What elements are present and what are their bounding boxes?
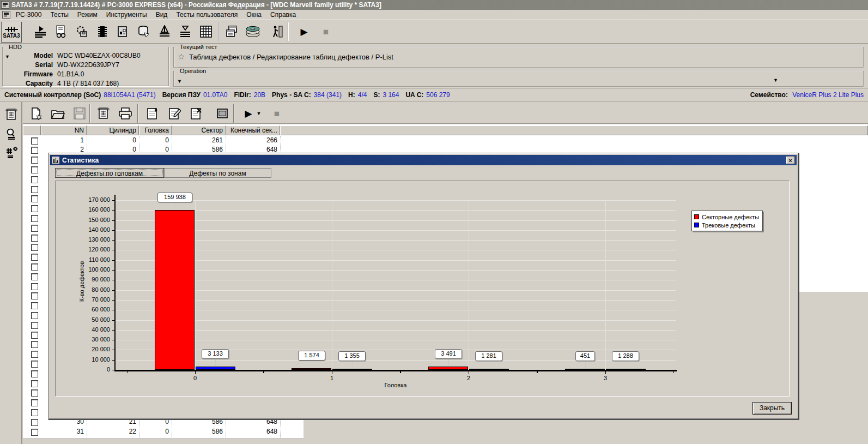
print-button[interactable] [116,104,135,123]
operation-combo-caret[interactable]: ▼ [773,77,778,83]
row-checkbox[interactable] [31,157,38,164]
field-label: Serial [3,61,53,69]
row-checkbox[interactable] [31,312,38,319]
table-row[interactable]: 31220586648 [23,428,304,437]
row-checkbox[interactable] [31,351,38,358]
card-reader-button[interactable] [213,104,232,123]
row-checkbox[interactable] [31,244,38,251]
row-checkbox[interactable] [31,263,38,271]
search-button[interactable] [3,126,20,142]
row-checkbox[interactable] [31,283,38,290]
menu-item-6[interactable]: Окна [242,10,266,20]
chip-button[interactable] [93,22,112,41]
save-button[interactable] [70,104,89,123]
data-grid-button[interactable] [196,22,216,41]
row-checkbox[interactable] [31,225,38,232]
row-checkbox[interactable] [31,215,38,222]
row-checkbox[interactable] [31,302,38,309]
row-checkbox[interactable] [31,332,38,339]
column-header-4[interactable]: Конечный сек... [226,125,280,135]
row-checkbox[interactable] [31,235,38,242]
play-icon: ▶ [300,27,307,37]
exit-utility-button[interactable] [267,22,287,41]
menu-item-3[interactable]: Инструменты [102,10,151,20]
row-checkbox[interactable] [31,176,38,183]
new-table-button[interactable] [26,104,46,123]
row-checkbox[interactable] [31,273,38,280]
column-header-select[interactable] [23,125,41,135]
run-test-button[interactable]: ▶ [294,22,314,41]
row-checkbox[interactable] [31,361,38,368]
database-button[interactable] [134,22,154,41]
column-header-2[interactable]: Головка [139,125,172,135]
utility-settings-button[interactable] [72,22,92,41]
menu-item-0[interactable]: PC-3000 [11,10,46,20]
menu-item-7[interactable]: Справка [266,10,300,20]
legend-label: Секторные дефекты [702,214,759,220]
table-row[interactable]: 100261266 [23,136,304,146]
y-tick-label: 60 000 [58,306,110,313]
row-edit-button[interactable] [165,104,184,123]
value-callout: 3 491 [435,349,462,359]
open-button[interactable] [48,104,68,123]
menu-item-5[interactable]: Тесты пользователя [172,10,242,20]
soc-value-2: 20B [254,91,265,99]
stop-operation-button[interactable]: ■ [267,104,287,123]
row-checkbox[interactable] [31,399,38,406]
parameters-button[interactable] [3,145,20,161]
operation-dropdown-caret[interactable]: ▼ [177,79,182,84]
script-search-button[interactable] [51,22,71,41]
filter-button[interactable] [175,22,195,41]
run-options-caret[interactable]: ▼ [254,104,264,123]
row-checkbox[interactable] [31,409,38,416]
dialog-titlebar[interactable]: Статистика × [50,155,797,165]
close-dialog-button[interactable]: Закрыть [752,402,792,415]
tab-defects-by-heads[interactable]: Дефекты по головкам [55,168,164,178]
row-checkbox[interactable] [31,341,38,348]
menu-item-4[interactable]: Вид [151,10,172,20]
x-minor-tick [673,371,674,373]
row-checkbox[interactable] [31,292,38,299]
row-add-button[interactable] [143,104,162,123]
table-cell: 0 [87,136,139,144]
column-header-3[interactable]: Сектор [172,125,226,135]
dialog-close-button[interactable]: × [786,156,795,164]
soc-label-2: FlDir: [234,91,251,99]
row-delete-button[interactable] [186,104,206,123]
column-header-0[interactable]: NN [41,125,87,135]
window-titlebar[interactable]: SATA3 # 7.7.19(7.7.19.14424) # PC-3000 E… [0,0,868,10]
row-checkbox[interactable] [31,322,38,329]
row-checkbox[interactable] [31,380,38,387]
app-icon-small [2,11,10,19]
row-checkbox[interactable] [31,370,38,377]
disk-stack-button[interactable] [243,22,263,41]
soc-status-bar: Системный контроллер (SoC)88i1054A1 (547… [0,88,868,101]
column-header-1[interactable]: Цилиндр [87,125,139,135]
field-value: 4 TB (7 814 037 168) [57,80,119,87]
menu-item-2[interactable]: Режим [73,10,102,20]
log-report-button[interactable]: i [3,106,20,123]
x-category-label: 3 [594,375,616,381]
row-checkbox[interactable] [31,166,38,173]
tab-defects-by-zones[interactable]: Дефекты по зонам [164,168,271,178]
family-label: Семейство: [750,91,788,99]
hdd-test-button[interactable] [31,22,50,41]
y-tick-label: 50 000 [58,316,110,323]
row-checkbox[interactable] [31,195,38,202]
y-tick-label: 90 000 [58,276,110,283]
row-checkbox[interactable] [31,389,38,397]
report-button[interactable]: i [94,104,113,123]
sata3-port-button[interactable]: SATA3 [1,22,22,43]
resources-button[interactable] [113,22,133,41]
row-checkbox[interactable] [31,186,38,193]
favorite-star-icon[interactable]: ☆ [178,52,185,62]
row-checkbox[interactable] [31,254,38,261]
y-tick-label: 160 000 [58,206,110,213]
menu-bar: PC-3000ТестыРежимИнструментыВидТесты пол… [0,10,868,20]
row-checkbox[interactable] [31,205,38,212]
stop-test-button[interactable]: ■ [316,22,336,41]
head-tools-button[interactable] [155,22,174,41]
gridline [116,300,676,301]
windows-copy-button[interactable] [222,22,242,41]
menu-item-1[interactable]: Тесты [46,10,72,20]
